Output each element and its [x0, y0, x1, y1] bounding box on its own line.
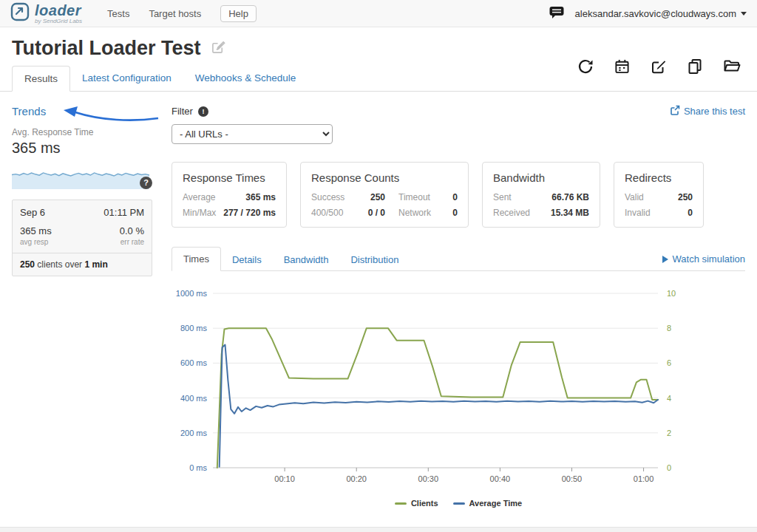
summary-avg-resp-label: avg resp	[20, 238, 52, 246]
results-main: Filter ! Share this test - All URLs - Re…	[172, 105, 745, 508]
filter-label: Filter	[172, 106, 193, 117]
account-email: aleksandar.savkovic@cloudways.com	[575, 8, 736, 19]
svg-text:00:50: 00:50	[562, 474, 583, 483]
average-time-swatch	[453, 502, 465, 505]
nav-links: Tests Target hosts Help	[107, 5, 257, 22]
filter-info-icon[interactable]: !	[198, 106, 208, 117]
trends-sidebar: Trends Avg. Response Time 365 ms ? Sep 6…	[12, 105, 152, 508]
svg-text:2: 2	[667, 429, 671, 437]
summary-avg-resp-value: 365 ms	[20, 225, 52, 236]
share-icon	[670, 105, 680, 117]
summary-err-rate-value: 0.0 %	[120, 225, 144, 236]
chart-tab-details[interactable]: Details	[221, 248, 273, 271]
clients-swatch	[395, 502, 407, 505]
avg-response-time-label: Avg. Response Time	[12, 127, 152, 137]
avg-response-time-value: 365 ms	[12, 140, 152, 157]
messages-icon[interactable]	[549, 5, 565, 22]
svg-text:200 ms: 200 ms	[180, 429, 208, 437]
tab-results[interactable]: Results	[12, 66, 70, 92]
svg-text:01:00: 01:00	[634, 474, 654, 483]
page-header: Tutorial Loader Test	[0, 27, 757, 60]
summary-date: Sep 6	[20, 207, 45, 218]
chart-tab-bandwidth[interactable]: Bandwidth	[273, 248, 340, 271]
card-redirects: Redirects Valid250 Invalid0	[614, 162, 704, 228]
logo-tagline: by SendGrid Labs	[35, 18, 82, 24]
trend-sparkline	[12, 163, 149, 189]
svg-text:400 ms: 400 ms	[180, 394, 208, 403]
card-response-counts: Response Counts Success250 Timeout0 400/…	[300, 162, 469, 228]
summary-time: 01:11 PM	[103, 207, 144, 218]
logo-name: loader	[35, 3, 82, 18]
clone-test-icon[interactable]	[688, 58, 702, 78]
svg-text:00:10: 00:10	[274, 474, 295, 483]
svg-text:600 ms: 600 ms	[180, 358, 208, 367]
nav-tests[interactable]: Tests	[107, 8, 129, 19]
schedule-calendar-icon[interactable]	[614, 58, 630, 78]
archive-folder-icon[interactable]	[723, 58, 741, 78]
tab-webhooks-schedule[interactable]: Webhooks & Schedule	[183, 66, 308, 92]
trends-link[interactable]: Trends	[12, 105, 46, 117]
svg-text:800 ms: 800 ms	[180, 324, 208, 332]
share-test-link[interactable]: Share this test	[670, 105, 745, 117]
times-chart: 0 ms200 ms400 ms600 ms800 ms1000 ms02468…	[172, 283, 702, 493]
svg-text:4: 4	[667, 394, 671, 403]
svg-text:00:30: 00:30	[418, 474, 439, 483]
nav-target-hosts[interactable]: Target hosts	[149, 8, 201, 19]
header-actions	[577, 58, 741, 78]
card-response-times: Response Times Average365 ms Min/Max277 …	[172, 162, 287, 228]
svg-text:00:40: 00:40	[490, 474, 511, 483]
footer-strip	[0, 527, 757, 532]
test-summary-panel: Sep 6 01:11 PM 365 ms avg resp 0.0 % err…	[12, 200, 152, 276]
svg-text:1000 ms: 1000 ms	[176, 289, 208, 298]
chart-tab-times[interactable]: Times	[172, 247, 221, 271]
svg-text:10: 10	[667, 289, 676, 298]
chevron-down-icon	[741, 12, 747, 16]
rerun-test-icon[interactable]	[577, 58, 594, 78]
svg-text:0: 0	[667, 463, 671, 472]
svg-text:0 ms: 0 ms	[189, 463, 207, 472]
play-icon	[662, 256, 668, 263]
card-bandwidth: Bandwidth Sent66.76 KB Received15.34 MB	[482, 162, 600, 228]
watch-simulation-link[interactable]: Watch simulation	[662, 253, 746, 270]
edit-title-icon[interactable]	[211, 40, 225, 57]
sparkline-help-badge[interactable]: ?	[140, 177, 152, 189]
chart-tab-distribution[interactable]: Distribution	[339, 248, 410, 271]
loader-cube-icon	[10, 2, 30, 24]
svg-text:00:20: 00:20	[346, 474, 367, 483]
svg-text:8: 8	[667, 324, 671, 332]
legend-clients[interactable]: Clients	[395, 499, 438, 508]
page-title: Tutorial Loader Test	[12, 37, 201, 60]
stat-cards: Response Times Average365 ms Min/Max277 …	[172, 162, 745, 228]
summary-err-rate-label: err rate	[120, 238, 144, 246]
url-filter-select[interactable]: - All URLs -	[172, 124, 333, 144]
loader-logo[interactable]: loader by SendGrid Labs	[10, 2, 82, 24]
summary-clients-line: 250 clients over 1 min	[13, 253, 152, 276]
chart-tabs: Times Details Bandwidth Distribution Wat…	[172, 247, 745, 271]
help-button[interactable]: Help	[220, 5, 257, 22]
chart-legend: Clients Average Time	[172, 499, 745, 508]
legend-average-time[interactable]: Average Time	[453, 499, 523, 508]
top-navbar: loader by SendGrid Labs Tests Target hos…	[0, 0, 757, 27]
tab-latest-configuration[interactable]: Latest Configuration	[70, 66, 183, 92]
annotation-arrow	[58, 103, 163, 127]
edit-test-icon[interactable]	[651, 58, 667, 78]
account-menu[interactable]: aleksandar.savkovic@cloudways.com	[575, 8, 747, 19]
svg-text:6: 6	[667, 358, 671, 367]
